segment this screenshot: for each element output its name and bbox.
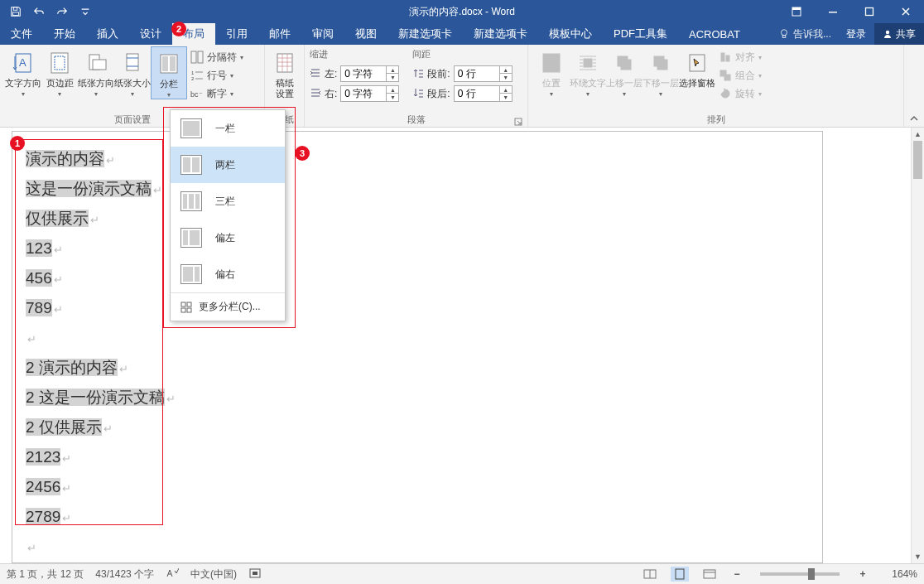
lightbulb-icon bbox=[778, 28, 790, 40]
tab-pdf[interactable]: PDF工具集 bbox=[603, 23, 678, 45]
line-numbers-button[interactable]: 12行号▾ bbox=[190, 66, 243, 84]
size-button[interactable]: 纸张大小▾ bbox=[114, 46, 151, 98]
spacing-after-input[interactable] bbox=[455, 88, 499, 99]
svg-text:A: A bbox=[19, 56, 26, 69]
minimize-button[interactable] bbox=[815, 0, 851, 23]
margins-button[interactable]: 页边距▾ bbox=[41, 46, 78, 98]
login-button[interactable]: 登录 bbox=[838, 27, 874, 41]
svg-rect-42 bbox=[181, 302, 185, 306]
zoom-in-button[interactable]: + bbox=[856, 568, 869, 580]
wrap-text-icon bbox=[575, 50, 601, 76]
tab-design[interactable]: 设计 bbox=[129, 23, 172, 45]
undo-button[interactable] bbox=[28, 2, 50, 22]
svg-rect-4 bbox=[792, 7, 801, 10]
document-line[interactable]: 演示的内容↵ bbox=[26, 145, 809, 175]
share-button[interactable]: 共享 bbox=[874, 23, 924, 45]
document-line[interactable]: 123↵ bbox=[26, 234, 809, 264]
columns-option-more[interactable]: 更多分栏(C)... bbox=[171, 292, 285, 321]
manuscript-button[interactable]: 稿纸设置 bbox=[270, 46, 299, 99]
columns-button[interactable]: 分栏▾ bbox=[151, 46, 187, 99]
thumb-left-column-icon bbox=[180, 228, 202, 248]
save-button[interactable] bbox=[5, 2, 26, 22]
view-read-mode-button[interactable] bbox=[641, 567, 659, 582]
document-line[interactable]: 456↵ bbox=[26, 264, 809, 294]
vertical-scrollbar[interactable]: ▲ ▼ bbox=[911, 128, 924, 563]
line-numbers-icon: 12 bbox=[190, 69, 204, 82]
collapse-ribbon[interactable] bbox=[904, 45, 924, 127]
position-button: 位置▾ bbox=[533, 46, 570, 98]
spacing-after-spinner[interactable]: 段后: ▲▼ bbox=[412, 85, 512, 102]
zoom-out-button[interactable]: − bbox=[730, 568, 744, 580]
orientation-button[interactable]: 纸张方向▾ bbox=[78, 46, 114, 98]
zoom-slider[interactable] bbox=[760, 572, 840, 576]
breaks-button[interactable]: 分隔符▾ bbox=[190, 48, 243, 66]
tab-home[interactable]: 开始 bbox=[43, 23, 86, 45]
tab-review[interactable]: 审阅 bbox=[301, 23, 344, 45]
tab-view[interactable]: 视图 bbox=[344, 23, 387, 45]
scroll-down-button[interactable]: ▼ bbox=[912, 550, 924, 563]
document-line[interactable]: 2 这是一份演示文稿↵ bbox=[26, 384, 809, 413]
tab-references[interactable]: 引用 bbox=[215, 23, 258, 45]
zoom-level[interactable]: 164% bbox=[881, 568, 917, 580]
document-line[interactable]: 2123↵ bbox=[26, 443, 809, 473]
spacing-before-spinner[interactable]: 段前: ▲▼ bbox=[412, 65, 512, 82]
document-page[interactable]: 演示的内容↵这是一份演示文稿↵仅供展示↵123↵456↵789↵↵2 演示的内容… bbox=[12, 131, 823, 563]
indent-left-input[interactable] bbox=[341, 68, 386, 80]
status-macro-icon[interactable] bbox=[248, 567, 262, 582]
position-icon bbox=[538, 50, 565, 76]
tab-insert[interactable]: 插入 bbox=[86, 23, 129, 45]
document-line[interactable]: 2 仅供展示↵ bbox=[26, 413, 809, 443]
scroll-track[interactable] bbox=[912, 141, 924, 550]
redo-button[interactable] bbox=[51, 2, 73, 22]
view-web-layout-button[interactable] bbox=[700, 567, 719, 582]
svg-rect-50 bbox=[676, 569, 684, 579]
view-print-layout-button[interactable] bbox=[671, 567, 689, 582]
qat-customize-button[interactable] bbox=[75, 2, 96, 22]
document-line[interactable]: ↵ bbox=[26, 533, 809, 562]
indent-right-input[interactable] bbox=[341, 88, 386, 99]
scroll-thumb[interactable] bbox=[913, 141, 922, 179]
status-spellcheck-icon[interactable] bbox=[166, 567, 179, 582]
align-icon bbox=[719, 51, 732, 64]
hyphenation-button[interactable]: bc⁻断字▾ bbox=[190, 84, 243, 103]
indent-right-spinner[interactable]: 右: ▲▼ bbox=[310, 85, 399, 102]
zoom-slider-thumb[interactable] bbox=[808, 568, 815, 580]
tab-acrobat[interactable]: ACROBAT bbox=[678, 23, 751, 45]
tab-newtab1[interactable]: 新建选项卡 bbox=[387, 23, 463, 45]
group-objects-button: 组合▾ bbox=[719, 66, 762, 84]
tab-newtab2[interactable]: 新建选项卡 bbox=[463, 23, 538, 45]
scroll-up-button[interactable]: ▲ bbox=[912, 128, 924, 141]
columns-option-two[interactable]: 两栏 bbox=[171, 147, 285, 183]
document-line[interactable]: 789↵ bbox=[26, 294, 809, 324]
spacing-before-input[interactable] bbox=[455, 68, 499, 80]
paragraph-launcher[interactable] bbox=[514, 118, 522, 126]
tab-mailings[interactable]: 邮件 bbox=[258, 23, 301, 45]
status-language[interactable]: 中文(中国) bbox=[190, 567, 237, 582]
document-line[interactable]: 仅供展示↵ bbox=[26, 205, 809, 234]
tab-file[interactable]: 文件 bbox=[0, 23, 43, 45]
columns-option-three[interactable]: 三栏 bbox=[171, 183, 285, 220]
indent-right-icon bbox=[310, 87, 321, 101]
maximize-button[interactable] bbox=[851, 0, 888, 23]
svg-rect-44 bbox=[181, 308, 185, 312]
columns-option-left[interactable]: 偏左 bbox=[171, 220, 285, 256]
columns-option-right[interactable]: 偏右 bbox=[171, 256, 285, 292]
document-line[interactable]: 2789↵ bbox=[26, 503, 809, 533]
text-direction-button[interactable]: A 文字方向▾ bbox=[5, 46, 41, 98]
ribbon-display-button[interactable] bbox=[778, 0, 815, 23]
close-button[interactable] bbox=[888, 0, 924, 23]
document-line[interactable]: 这是一份演示文稿↵ bbox=[26, 175, 809, 205]
svg-rect-5 bbox=[829, 12, 837, 13]
wrap-text-button: 环绕文字▾ bbox=[570, 46, 606, 98]
indent-left-icon bbox=[310, 67, 321, 81]
document-line[interactable]: 2 演示的内容↵ bbox=[26, 354, 809, 384]
selection-pane-button[interactable]: 选择窗格 bbox=[679, 46, 715, 89]
status-page[interactable]: 第 1 页，共 12 页 bbox=[7, 567, 84, 582]
document-line[interactable]: ↵ bbox=[26, 324, 809, 354]
columns-option-one[interactable]: 一栏 bbox=[171, 110, 285, 147]
indent-left-spinner[interactable]: 左: ▲▼ bbox=[310, 65, 399, 82]
tell-me-search[interactable]: 告诉我... bbox=[772, 27, 838, 41]
document-line[interactable]: 2456↵ bbox=[26, 473, 809, 503]
status-word-count[interactable]: 43/1423 个字 bbox=[95, 567, 154, 582]
tab-template[interactable]: 模板中心 bbox=[538, 23, 603, 45]
